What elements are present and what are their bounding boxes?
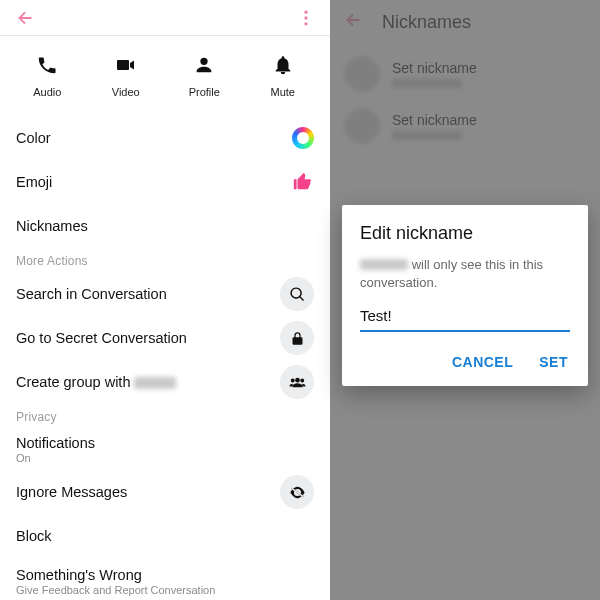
dialog-message: will only see this in this conversation. bbox=[360, 256, 570, 291]
mute-action[interactable]: Mute bbox=[253, 50, 313, 98]
bell-icon bbox=[268, 50, 298, 80]
create-group-row[interactable]: Create group with bbox=[16, 360, 314, 404]
lock-icon bbox=[280, 321, 314, 355]
cancel-button[interactable]: CANCEL bbox=[450, 348, 515, 376]
color-row[interactable]: Color bbox=[16, 116, 314, 160]
emoji-row[interactable]: Emoji bbox=[16, 160, 314, 204]
svg-point-1 bbox=[304, 16, 307, 19]
search-label: Search in Conversation bbox=[16, 286, 167, 302]
phone-icon bbox=[32, 50, 62, 80]
notifications-status: On bbox=[16, 452, 95, 464]
nicknames-label: Nicknames bbox=[16, 218, 88, 234]
more-actions-header: More Actions bbox=[16, 254, 314, 268]
conversation-settings-screen: Audio Video Profile Mute bbox=[0, 0, 330, 600]
nickname-input[interactable] bbox=[360, 303, 570, 332]
color-ring-icon bbox=[292, 127, 314, 149]
create-group-label: Create group with bbox=[16, 374, 176, 390]
overflow-menu-icon[interactable] bbox=[296, 8, 316, 28]
group-icon bbox=[280, 365, 314, 399]
thumbs-up-icon bbox=[292, 171, 314, 193]
video-action[interactable]: Video bbox=[96, 50, 156, 98]
redacted-name bbox=[360, 259, 408, 270]
wrong-label: Something's Wrong bbox=[16, 567, 215, 583]
block-label: Block bbox=[16, 528, 51, 544]
person-icon bbox=[189, 50, 219, 80]
audio-label: Audio bbox=[33, 86, 61, 98]
video-camera-icon bbox=[111, 50, 141, 80]
ignore-row[interactable]: Ignore Messages bbox=[16, 470, 314, 514]
svg-point-0 bbox=[304, 10, 307, 13]
somethings-wrong-row[interactable]: Something's Wrong Give Feedback and Repo… bbox=[16, 558, 314, 600]
privacy-header: Privacy bbox=[16, 410, 314, 424]
search-icon bbox=[280, 277, 314, 311]
mute-label: Mute bbox=[271, 86, 295, 98]
back-arrow-icon[interactable] bbox=[14, 7, 36, 29]
topbar bbox=[0, 0, 330, 36]
video-label: Video bbox=[112, 86, 140, 98]
audio-action[interactable]: Audio bbox=[17, 50, 77, 98]
ignore-icon bbox=[280, 475, 314, 509]
notifications-row[interactable]: Notifications On bbox=[16, 428, 314, 470]
nicknames-screen: Nicknames Set nickname Set nickname Edit… bbox=[330, 0, 600, 600]
secret-row[interactable]: Go to Secret Conversation bbox=[16, 316, 314, 360]
notifications-label: Notifications bbox=[16, 435, 95, 451]
edit-nickname-dialog: Edit nickname will only see this in this… bbox=[342, 205, 588, 386]
nicknames-row[interactable]: Nicknames bbox=[16, 204, 314, 248]
color-label: Color bbox=[16, 130, 51, 146]
action-row: Audio Video Profile Mute bbox=[0, 36, 330, 116]
profile-action[interactable]: Profile bbox=[174, 50, 234, 98]
dialog-title: Edit nickname bbox=[360, 223, 570, 244]
svg-point-2 bbox=[304, 22, 307, 25]
search-row[interactable]: Search in Conversation bbox=[16, 272, 314, 316]
ignore-label: Ignore Messages bbox=[16, 484, 127, 500]
profile-label: Profile bbox=[189, 86, 220, 98]
wrong-sub: Give Feedback and Report Conversation bbox=[16, 584, 215, 596]
redacted-name bbox=[134, 377, 176, 389]
emoji-label: Emoji bbox=[16, 174, 52, 190]
secret-label: Go to Secret Conversation bbox=[16, 330, 187, 346]
set-button[interactable]: SET bbox=[537, 348, 570, 376]
block-row[interactable]: Block bbox=[16, 514, 314, 558]
